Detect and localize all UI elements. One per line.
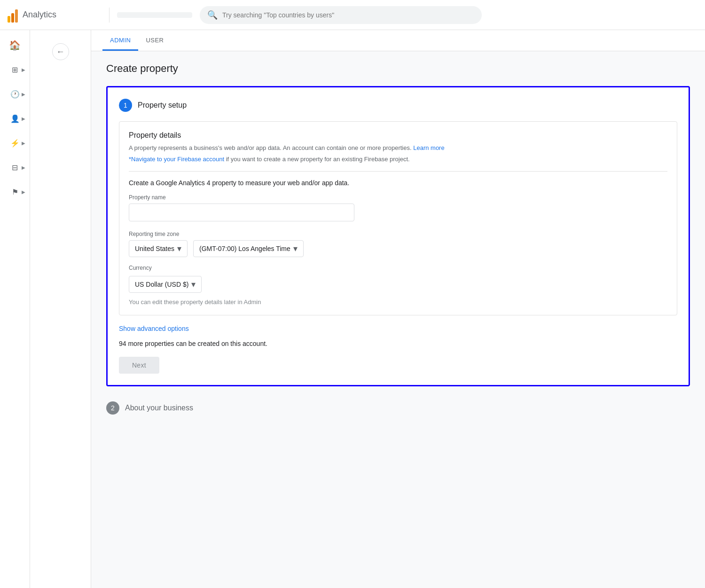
person-icon: 👤 (10, 114, 20, 123)
flag-icon: ⚑ (12, 188, 18, 196)
property-name-field: Property name (129, 194, 667, 221)
lightning-icon: ⚡ (10, 139, 20, 148)
property-name-input[interactable] (129, 204, 354, 221)
prop-details-heading: Property details (129, 131, 667, 140)
app-title: Analytics (23, 10, 56, 20)
nav-dashboard[interactable]: ⊞ ▶ (4, 58, 26, 81)
main-content: Create property 1 Property setup Propert… (91, 51, 705, 588)
tabs-bar: ADMIN USER (91, 30, 705, 51)
firebase-note: *Navigate to your Firebase account if yo… (129, 155, 667, 164)
expand-icon: ▶ (22, 141, 25, 146)
divider (129, 171, 667, 172)
step2-title: About your business (125, 404, 193, 412)
firebase-link[interactable]: *Navigate to your Firebase account (129, 156, 224, 163)
country-dropdown[interactable]: United States ▾ (129, 240, 188, 257)
prop-details-description: A property represents a business's web a… (129, 143, 667, 153)
account-selector[interactable] (117, 12, 192, 18)
edit-note: You can edit these property details late… (129, 298, 667, 306)
table-icon: ⊟ (12, 163, 18, 172)
tab-admin[interactable]: ADMIN (102, 30, 138, 51)
timezone-dropdown[interactable]: (GMT-07:00) Los Angeles Time ▾ (193, 240, 304, 257)
logo-area: Analytics (8, 8, 102, 23)
home-icon: 🏠 (9, 39, 21, 51)
nav-explore[interactable]: ⊟ ▶ (4, 156, 26, 179)
expand-icon: ▶ (22, 165, 25, 170)
currency-field: Currency US Dollar (USD $) ▾ (129, 265, 667, 293)
search-input[interactable] (222, 11, 474, 19)
learn-more-link[interactable]: Learn more (413, 144, 444, 151)
step2-badge: 2 (106, 401, 119, 415)
nav-advertising[interactable]: ⚑ ▶ (4, 180, 26, 203)
property-details-box: Property details A property represents a… (119, 121, 677, 315)
search-bar[interactable]: 🔍 (200, 6, 482, 24)
step2-row: 2 About your business (106, 398, 690, 418)
step1-header: 1 Property setup (119, 99, 677, 112)
timezone-select-row: United States ▾ (GMT-07:00) Los Angeles … (129, 240, 667, 257)
nav-realtime[interactable]: 🕐 ▶ (4, 83, 26, 105)
expand-icon: ▶ (22, 67, 25, 72)
expand-icon: ▶ (22, 116, 25, 121)
timezone-field: Reporting time zone United States ▾ (GMT… (129, 231, 667, 257)
timezone-value: (GMT-07:00) Los Angeles Time (199, 245, 290, 252)
step1-title: Property setup (138, 101, 187, 110)
ga4-description: Create a Google Analytics 4 property to … (129, 179, 667, 187)
timezone-label: Reporting time zone (129, 231, 667, 237)
step1-card: 1 Property setup Property details A prop… (106, 86, 690, 386)
expand-icon: ▶ (22, 189, 25, 195)
header: Analytics 🔍 (0, 0, 705, 30)
nav-home[interactable]: 🏠 (4, 34, 26, 56)
sidebar-secondary: ← (30, 30, 91, 588)
currency-dropdown-arrow: ▾ (191, 280, 196, 289)
analytics-logo-icon (8, 8, 18, 23)
search-icon: 🔍 (207, 10, 218, 20)
nav-users[interactable]: 👤 ▶ (4, 107, 26, 130)
dashboard-icon: ⊞ (12, 65, 18, 74)
currency-label: Currency (129, 265, 667, 271)
clock-icon: 🕐 (10, 90, 20, 99)
country-dropdown-arrow: ▾ (177, 244, 181, 253)
country-value: United States (135, 245, 174, 252)
page-title: Create property (106, 63, 690, 75)
timezone-dropdown-arrow: ▾ (293, 244, 298, 253)
main-layout: 🏠 ⊞ ▶ 🕐 ▶ 👤 ▶ ⚡ ▶ ⊟ ▶ ⚑ ▶ ← (0, 30, 705, 588)
tab-user[interactable]: USER (138, 30, 171, 51)
step1-badge: 1 (119, 99, 132, 112)
currency-value: US Dollar (USD $) (135, 281, 188, 288)
currency-dropdown[interactable]: US Dollar (USD $) ▾ (129, 276, 202, 293)
header-divider (109, 8, 110, 23)
property-name-label: Property name (129, 194, 667, 201)
nav-events[interactable]: ⚡ ▶ (4, 132, 26, 154)
show-advanced-options[interactable]: Show advanced options (119, 325, 189, 332)
next-button[interactable]: Next (119, 357, 159, 374)
content-area: ADMIN USER Create property 1 Property se… (91, 30, 705, 588)
back-button[interactable]: ← (52, 43, 69, 60)
properties-note: 94 more properties can be created on thi… (119, 340, 677, 347)
sidebar-icons: 🏠 ⊞ ▶ 🕐 ▶ 👤 ▶ ⚡ ▶ ⊟ ▶ ⚑ ▶ (0, 30, 30, 588)
expand-icon: ▶ (22, 92, 25, 97)
